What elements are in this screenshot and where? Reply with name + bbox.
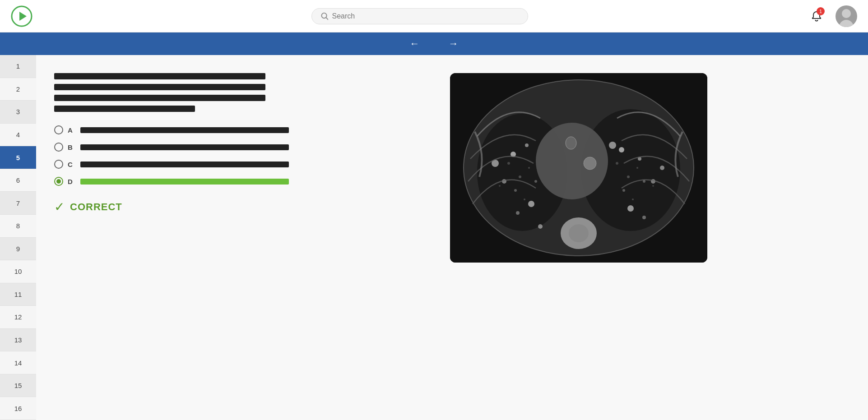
svg-point-38 bbox=[636, 167, 638, 169]
nav-bar: ← → bbox=[0, 32, 868, 55]
option-row-D[interactable]: D bbox=[54, 177, 289, 186]
question-text-bar-3 bbox=[54, 95, 265, 101]
sidebar-item-5[interactable]: 5 bbox=[0, 146, 36, 169]
svg-point-35 bbox=[499, 185, 501, 187]
svg-point-32 bbox=[514, 189, 517, 192]
sidebar-item-9[interactable]: 9 bbox=[0, 238, 36, 261]
option-row-B[interactable]: B bbox=[54, 143, 289, 152]
svg-point-39 bbox=[622, 189, 625, 192]
sidebar-item-12[interactable]: 12 bbox=[0, 306, 36, 329]
svg-point-37 bbox=[627, 175, 630, 178]
svg-point-24 bbox=[642, 216, 646, 219]
svg-point-31 bbox=[528, 167, 530, 169]
sidebar-item-11[interactable]: 11 bbox=[0, 283, 36, 306]
option-label-C: C bbox=[68, 161, 76, 168]
question-sidebar: 12345678910111213141516 bbox=[0, 55, 36, 420]
svg-point-16 bbox=[528, 201, 534, 207]
sidebar-item-10[interactable]: 10 bbox=[0, 260, 36, 283]
svg-point-12 bbox=[569, 224, 589, 242]
search-input[interactable] bbox=[332, 12, 518, 20]
option-bar-C bbox=[80, 162, 289, 167]
option-bar-D bbox=[80, 179, 289, 185]
header: 1 bbox=[0, 0, 868, 32]
search-box bbox=[311, 8, 528, 24]
notification-button[interactable]: 1 bbox=[807, 6, 826, 26]
svg-point-25 bbox=[609, 142, 616, 149]
sidebar-item-13[interactable]: 13 bbox=[0, 329, 36, 352]
svg-point-30 bbox=[519, 175, 521, 178]
question-text-bar-1 bbox=[54, 73, 265, 79]
question-text-bar-2 bbox=[54, 84, 265, 90]
question-panel: ABCD ✓ CORRECT bbox=[54, 73, 289, 402]
option-label-D: D bbox=[68, 178, 76, 185]
notification-badge: 1 bbox=[817, 7, 825, 15]
option-row-C[interactable]: C bbox=[54, 160, 289, 169]
svg-point-23 bbox=[627, 205, 634, 212]
prev-button[interactable]: ← bbox=[404, 34, 425, 53]
svg-point-27 bbox=[584, 157, 596, 170]
option-radio-B[interactable] bbox=[54, 143, 63, 152]
svg-point-20 bbox=[619, 147, 624, 152]
svg-point-14 bbox=[525, 143, 529, 147]
sidebar-item-7[interactable]: 7 bbox=[0, 192, 36, 215]
logo[interactable] bbox=[11, 5, 32, 27]
main-content: 12345678910111213141516 ABCD ✓ CORRECT bbox=[0, 55, 868, 420]
ct-scan-image bbox=[450, 73, 707, 263]
correct-text: CORRECT bbox=[70, 201, 122, 213]
svg-point-33 bbox=[524, 198, 525, 200]
svg-marker-1 bbox=[19, 12, 27, 21]
sidebar-item-3[interactable]: 3 bbox=[0, 101, 36, 124]
image-panel bbox=[307, 73, 850, 402]
svg-point-34 bbox=[534, 180, 537, 183]
options-list: ABCD bbox=[54, 125, 289, 186]
svg-point-42 bbox=[652, 185, 654, 187]
svg-point-26 bbox=[660, 166, 664, 170]
svg-point-29 bbox=[507, 162, 510, 165]
svg-point-4 bbox=[839, 20, 854, 27]
sidebar-item-16[interactable]: 16 bbox=[0, 397, 36, 420]
svg-point-40 bbox=[632, 198, 634, 200]
sidebar-item-1[interactable]: 1 bbox=[0, 55, 36, 78]
check-icon: ✓ bbox=[54, 199, 65, 214]
option-radio-A[interactable] bbox=[54, 125, 63, 134]
svg-point-17 bbox=[516, 211, 520, 215]
sidebar-item-15[interactable]: 15 bbox=[0, 374, 36, 397]
option-radio-D[interactable] bbox=[54, 177, 63, 186]
svg-point-10 bbox=[536, 123, 608, 199]
question-text-bar-4 bbox=[54, 106, 195, 112]
svg-point-28 bbox=[566, 137, 576, 149]
svg-point-5 bbox=[842, 9, 851, 18]
content-area: ABCD ✓ CORRECT bbox=[36, 55, 868, 420]
option-label-B: B bbox=[68, 143, 76, 151]
option-row-A[interactable]: A bbox=[54, 125, 289, 134]
sidebar-item-4[interactable]: 4 bbox=[0, 124, 36, 147]
option-bar-B bbox=[80, 144, 289, 150]
question-text bbox=[54, 73, 289, 112]
svg-point-36 bbox=[616, 162, 618, 165]
search-icon bbox=[321, 12, 329, 20]
sidebar-item-8[interactable]: 8 bbox=[0, 215, 36, 238]
svg-line-3 bbox=[326, 17, 328, 19]
svg-point-19 bbox=[538, 224, 543, 229]
svg-point-41 bbox=[643, 180, 645, 183]
option-radio-C[interactable] bbox=[54, 160, 63, 169]
result-label: ✓ CORRECT bbox=[54, 199, 289, 214]
option-bar-A bbox=[80, 127, 289, 133]
header-right: 1 bbox=[807, 5, 857, 27]
option-label-A: A bbox=[68, 126, 76, 134]
sidebar-item-6[interactable]: 6 bbox=[0, 169, 36, 192]
sidebar-item-14[interactable]: 14 bbox=[0, 351, 36, 374]
sidebar-item-2[interactable]: 2 bbox=[0, 78, 36, 101]
next-button[interactable]: → bbox=[443, 34, 464, 53]
user-avatar[interactable] bbox=[836, 5, 857, 27]
